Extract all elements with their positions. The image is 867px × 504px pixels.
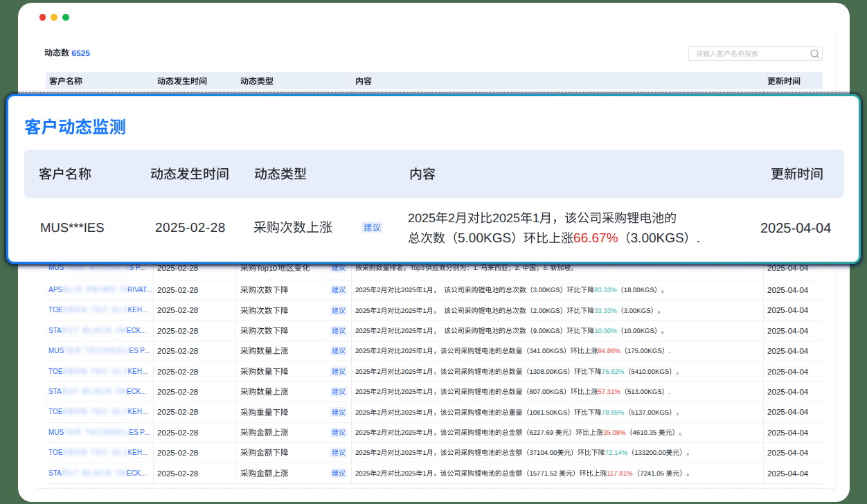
- svg-text:1: 1: [423, 307, 427, 315]
- svg-text:133200.00: 133200.00: [634, 450, 665, 458]
- svg-text:10.00KGS: 10.00KGS: [624, 327, 654, 335]
- svg-text:33.33%: 33.33%: [594, 307, 617, 315]
- svg-text:9.00KGS: 9.00KGS: [533, 327, 560, 335]
- svg-text:1: 1: [423, 470, 427, 478]
- svg-text:175.00KGS: 175.00KGS: [627, 348, 662, 356]
- svg-text:2: 2: [377, 368, 380, 376]
- svg-text:1: 1: [423, 388, 427, 396]
- svg-text:2025: 2025: [355, 409, 370, 417]
- svg-text:2: 2: [377, 348, 380, 356]
- svg-text:1: 1: [533, 211, 539, 225]
- svg-text:2025: 2025: [355, 388, 370, 396]
- svg-text:2025: 2025: [355, 450, 370, 458]
- svg-text:2.: 2.: [515, 264, 521, 272]
- svg-text:5.00KGS: 5.00KGS: [458, 231, 511, 246]
- svg-text:1: 1: [423, 429, 427, 437]
- svg-text:807.00KGS: 807.00KGS: [529, 388, 564, 396]
- svg-text:2025: 2025: [355, 307, 370, 315]
- svg-text:117.81%: 117.81%: [607, 470, 633, 478]
- svg-text:1081.50KGS: 1081.50KGS: [529, 409, 567, 417]
- svg-text:1: 1: [423, 287, 427, 294]
- svg-text:2: 2: [377, 470, 380, 478]
- svg-text:513.00KGS: 513.00KGS: [627, 388, 662, 396]
- svg-text:1.: 1.: [473, 264, 479, 272]
- svg-text:1: 1: [423, 368, 427, 376]
- svg-text:2025: 2025: [401, 409, 415, 417]
- svg-text:2: 2: [448, 211, 455, 225]
- svg-text:2025: 2025: [355, 348, 370, 356]
- svg-text:3.00KGS: 3.00KGS: [533, 287, 560, 294]
- svg-text:4610.35: 4610.35: [633, 429, 657, 437]
- svg-text:57.31%: 57.31%: [598, 388, 621, 396]
- svg-text:1: 1: [423, 409, 427, 417]
- svg-text:341.00KGS: 341.00KGS: [529, 348, 564, 356]
- svg-text:Top3: Top3: [410, 264, 424, 272]
- svg-text:2: 2: [377, 287, 380, 294]
- svg-text:3.: 3.: [543, 264, 548, 272]
- svg-text:1: 1: [423, 348, 427, 356]
- svg-text:5137.00KGS: 5137.00KGS: [631, 409, 669, 417]
- svg-text:2025: 2025: [355, 368, 370, 376]
- svg-text:2: 2: [377, 409, 380, 417]
- svg-text:3.00KGS: 3.00KGS: [624, 307, 651, 315]
- svg-text:75.82%: 75.82%: [602, 368, 625, 376]
- svg-text:35.08%: 35.08%: [603, 429, 626, 437]
- svg-text:1: 1: [423, 327, 427, 335]
- svg-text:2025: 2025: [401, 450, 415, 458]
- svg-text:78.95%: 78.95%: [602, 409, 625, 417]
- svg-text:5410.00KGS: 5410.00KGS: [631, 368, 669, 376]
- svg-text:1: 1: [423, 450, 427, 458]
- svg-text:2025: 2025: [401, 368, 415, 376]
- svg-text:2: 2: [377, 307, 380, 315]
- svg-text:2025: 2025: [355, 327, 370, 335]
- svg-text:66.67%: 66.67%: [573, 231, 618, 246]
- svg-text:Top10: Top10: [256, 264, 277, 273]
- svg-text:15771.52: 15771.52: [529, 470, 557, 478]
- svg-text:2025: 2025: [401, 307, 415, 315]
- svg-text:1308.00KGS: 1308.00KGS: [529, 368, 567, 376]
- svg-text:2025: 2025: [355, 429, 370, 437]
- svg-text:6227.69: 6227.69: [529, 429, 553, 437]
- svg-text:37104.00: 37104.00: [529, 450, 557, 458]
- svg-text:2025-04-04: 2025-04-04: [760, 221, 831, 236]
- svg-text:2.00KGS: 2.00KGS: [533, 307, 560, 315]
- svg-text:.: .: [697, 231, 700, 246]
- svg-text:2025: 2025: [401, 429, 415, 437]
- svg-text:3.00KGS: 3.00KGS: [631, 231, 684, 246]
- svg-text:2: 2: [377, 450, 380, 458]
- svg-text:MUS***IES: MUS***IES: [40, 220, 105, 235]
- svg-text:2: 2: [377, 327, 380, 335]
- svg-text:2025: 2025: [401, 287, 415, 294]
- svg-text:2025: 2025: [355, 470, 370, 478]
- svg-text:2: 2: [377, 429, 380, 437]
- svg-text:18.00KGS: 18.00KGS: [624, 287, 654, 294]
- svg-text:2: 2: [377, 388, 380, 396]
- svg-text:2025: 2025: [408, 211, 436, 225]
- svg-text:.: .: [669, 348, 671, 356]
- svg-text:10.00%: 10.00%: [594, 327, 617, 335]
- svg-text:6525: 6525: [71, 48, 90, 57]
- svg-text:94.86%: 94.86%: [598, 348, 621, 356]
- svg-text:2025: 2025: [401, 470, 415, 478]
- svg-text:72.14%: 72.14%: [605, 450, 628, 458]
- svg-text:2025-02-28: 2025-02-28: [155, 221, 226, 235]
- svg-text:2025: 2025: [401, 327, 415, 335]
- svg-text:83.33%: 83.33%: [594, 287, 617, 294]
- svg-text:7241.05: 7241.05: [640, 470, 664, 478]
- svg-text:.: .: [669, 388, 671, 396]
- svg-text:2025: 2025: [401, 348, 415, 356]
- svg-text:2025: 2025: [355, 287, 370, 294]
- svg-text:2025: 2025: [401, 388, 415, 396]
- svg-text:2025: 2025: [492, 211, 520, 225]
